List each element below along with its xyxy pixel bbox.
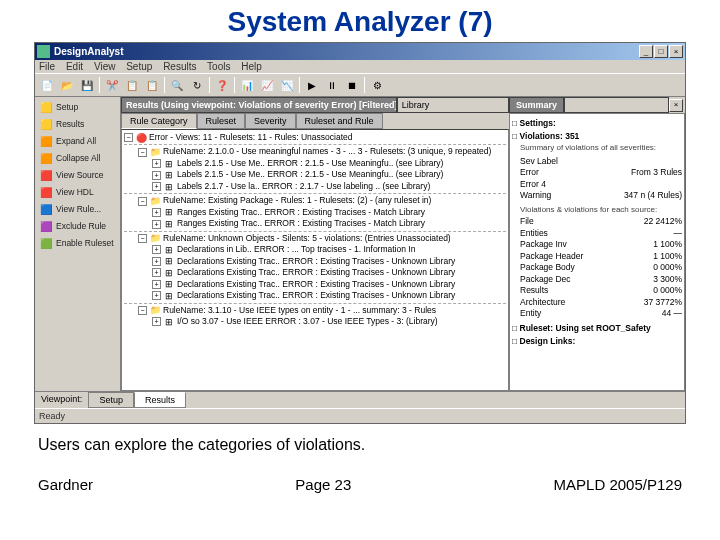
sidebar-item-icon: 🟪	[39, 219, 53, 233]
expand-box-icon[interactable]: +	[152, 280, 161, 289]
toolbar-button[interactable]: ⏸	[323, 76, 341, 94]
summary-row: Package Inv1 100%	[520, 239, 682, 250]
sidebar-item[interactable]: 🟨Setup	[37, 99, 118, 115]
toolbar-button[interactable]: ↻	[188, 76, 206, 94]
summary-row: ErrorFrom 3 Rules	[520, 167, 682, 178]
expand-box-icon[interactable]: +	[152, 317, 161, 326]
expand-box-icon[interactable]: +	[152, 159, 161, 168]
expand-box-icon[interactable]: −	[124, 133, 133, 142]
toolbar-button[interactable]: ❓	[213, 76, 231, 94]
sub-tab[interactable]: Rule Category	[121, 113, 197, 129]
sidebar-item[interactable]: 🟨Results	[37, 116, 118, 132]
toolbar-button[interactable]: 📂	[58, 76, 76, 94]
tree-row[interactable]: +⊞Labels 2.1.5 - Use Me.. ERROR : 2.1.5 …	[124, 158, 506, 169]
toolbar-button[interactable]: 📋	[123, 76, 141, 94]
sub-tab[interactable]: Ruleset and Rule	[296, 113, 383, 129]
expand-box-icon[interactable]: −	[138, 306, 147, 315]
maximize-button[interactable]: □	[654, 45, 668, 58]
menu-item[interactable]: Tools	[207, 61, 230, 72]
toolbar-button[interactable]: 💾	[78, 76, 96, 94]
toolbar-button[interactable]: ✂️	[103, 76, 121, 94]
tree-row[interactable]: +⊞I/O so 3.07 - Use IEEE ERROR : 3.07 - …	[124, 316, 506, 327]
sidebar-item[interactable]: 🟥View Source	[37, 167, 118, 183]
tree-row[interactable]: −📁RuleName: 2.1.0.0 - Use meaningful nam…	[124, 146, 506, 157]
sidebar-item[interactable]: 🟧Expand All	[37, 133, 118, 149]
tree-row[interactable]: −📁RuleName: Existing Package - Rules: 1 …	[124, 195, 506, 206]
tree-row[interactable]: −📁RuleName: Unknown Objects - Silents: 5…	[124, 233, 506, 244]
expand-box-icon[interactable]: +	[152, 257, 161, 266]
bottom-tab[interactable]: Setup	[88, 392, 134, 408]
sidebar-item[interactable]: 🟦View Rule...	[37, 201, 118, 217]
toolbar-button[interactable]: ▶	[303, 76, 321, 94]
footer-center: Page 23	[295, 476, 351, 493]
sidebar-item-icon: 🟧	[39, 134, 53, 148]
toolbar-button[interactable]: 📄	[38, 76, 56, 94]
menu-item[interactable]: Help	[241, 61, 262, 72]
menu-item[interactable]: Edit	[66, 61, 83, 72]
tree-row[interactable]: +⊞Declarations Existing Trac.. ERROR : E…	[124, 256, 506, 267]
toolbar-button[interactable]: ⏹	[343, 76, 361, 94]
expand-box-icon[interactable]: +	[152, 291, 161, 300]
expand-box-icon[interactable]: +	[152, 171, 161, 180]
summary-body: □ Settings: □ Violations: 351 Summary of…	[509, 113, 685, 391]
expand-box-icon[interactable]: +	[152, 220, 161, 229]
tree-row[interactable]: +⊞Declarations Existing Trac.. ERROR : E…	[124, 290, 506, 301]
tree-node-icon: ⊞	[163, 181, 175, 192]
tree-row[interactable]: +⊞Declarations in Lib.. ERROR : ... Top …	[124, 244, 506, 255]
tree-node-icon: ⊞	[163, 279, 175, 290]
results-tab[interactable]: Results (Using viewpoint: Violations of …	[121, 97, 397, 113]
sub-tabs: Rule Category Ruleset Severity Ruleset a…	[121, 113, 509, 129]
toolbar-button[interactable]: 📊	[238, 76, 256, 94]
toolbar-button[interactable]: 🔍	[168, 76, 186, 94]
sidebar-item[interactable]: 🟪Exclude Rule	[37, 218, 118, 234]
bottom-tab[interactable]: Results	[134, 392, 186, 408]
tree-row[interactable]: −🔴Error - Views: 11 - Rulesets: 11 - Rul…	[124, 132, 506, 143]
tree-row[interactable]: +⊞Ranges Existing Trac.. ERROR : Existin…	[124, 207, 506, 218]
expand-box-icon[interactable]: −	[138, 197, 147, 206]
sidebar-item[interactable]: 🟩Enable Ruleset	[37, 235, 118, 251]
minimize-button[interactable]: _	[639, 45, 653, 58]
results-tree[interactable]: −🔴Error - Views: 11 - Rulesets: 11 - Rul…	[121, 129, 509, 391]
expand-box-icon[interactable]: +	[152, 182, 161, 191]
tree-node-label: Declarations Existing Trac.. ERROR : Exi…	[177, 290, 455, 301]
links-header: □ Design Links:	[512, 336, 682, 347]
toolbar-button[interactable]: 📉	[278, 76, 296, 94]
sidebar: 🟨Setup🟨Results🟧Expand All🟧Collapse All🟥V…	[35, 97, 121, 391]
menu-item[interactable]: Results	[163, 61, 196, 72]
menu-item[interactable]: View	[94, 61, 116, 72]
summary-tab[interactable]: Summary	[509, 97, 564, 113]
expand-box-icon[interactable]: +	[152, 208, 161, 217]
toolbar-button[interactable]: ⚙	[368, 76, 386, 94]
close-button[interactable]: ×	[669, 45, 683, 58]
menu-item[interactable]: File	[39, 61, 55, 72]
tree-row[interactable]: +⊞Declarations Existing Trac.. ERROR : E…	[124, 279, 506, 290]
tree-row[interactable]: +⊞Ranges Existing Trac.. ERROR : Existin…	[124, 218, 506, 229]
toolbar-button[interactable]: 📋	[143, 76, 161, 94]
tree-node-icon: ⊞	[163, 158, 175, 169]
sub-tab[interactable]: Severity	[245, 113, 296, 129]
expand-box-icon[interactable]: +	[152, 268, 161, 277]
expand-box-icon[interactable]: −	[138, 148, 147, 157]
menu-item[interactable]: Setup	[126, 61, 152, 72]
center-panel: Results (Using viewpoint: Violations of …	[121, 97, 509, 391]
expand-box-icon[interactable]: −	[138, 234, 147, 243]
sidebar-item[interactable]: 🟧Collapse All	[37, 150, 118, 166]
summary-row: Warning347 n (4 Rules)	[520, 190, 682, 201]
sub-tab[interactable]: Ruleset	[197, 113, 246, 129]
toolbar-button[interactable]: 📈	[258, 76, 276, 94]
tree-node-label: I/O so 3.07 - Use IEEE ERROR : 3.07 - Us…	[177, 316, 438, 327]
summary-row: Sev Label	[520, 156, 682, 167]
tree-node-label: Ranges Existing Trac.. ERROR : Existing …	[177, 207, 425, 218]
tree-row[interactable]: +⊞Labels 2.1.7 - Use la.. ERROR : 2.1.7 …	[124, 181, 506, 192]
tree-row[interactable]: +⊞Labels 2.1.5 - Use Me.. ERROR : 2.1.5 …	[124, 169, 506, 180]
expand-box-icon[interactable]: +	[152, 245, 161, 254]
tree-row[interactable]: −📁RuleName: 3.1.10 - Use IEEE types on e…	[124, 305, 506, 316]
tree-node-label: RuleName: Unknown Objects - Silents: 5 -…	[163, 233, 451, 244]
tree-node-label: Declarations Existing Trac.. ERROR : Exi…	[177, 267, 455, 278]
library-tab[interactable]: Library	[397, 97, 509, 113]
app-window: DesignAnalyst _ □ × File Edit View Setup…	[34, 42, 686, 424]
tree-row[interactable]: +⊞Declarations Existing Trac.. ERROR : E…	[124, 267, 506, 278]
sidebar-item-label: Exclude Rule	[56, 221, 106, 231]
panel-close-icon[interactable]: ×	[669, 99, 683, 112]
sidebar-item[interactable]: 🟥View HDL	[37, 184, 118, 200]
